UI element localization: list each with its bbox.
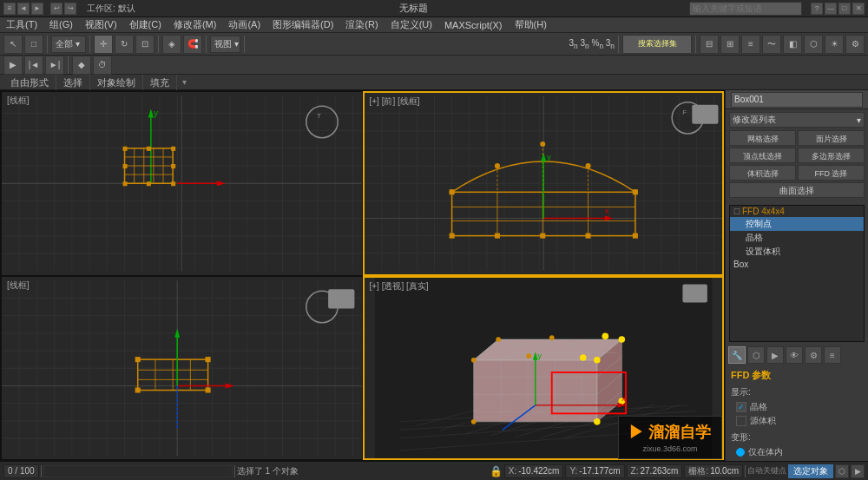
tab-motion[interactable]: ▶	[766, 346, 784, 364]
scale-tool[interactable]: ⊡	[135, 35, 155, 54]
tree-box[interactable]: Box	[730, 259, 864, 270]
search-input[interactable]	[689, 2, 802, 16]
ffd-select-btn[interactable]: FFD 选择	[798, 165, 865, 181]
filter-btn[interactable]: 搜索选择集	[622, 35, 692, 54]
svg-text:y: y	[547, 153, 551, 161]
radio-only-inside[interactable]	[736, 448, 745, 457]
y-value[interactable]: -17.177cm	[579, 466, 620, 476]
close-button[interactable]: ✕	[852, 3, 865, 15]
tab-utilities[interactable]: ⚙	[805, 346, 822, 364]
menu-group[interactable]: 组(G)	[47, 18, 76, 31]
svg-rect-98	[449, 233, 454, 239]
z-value[interactable]: 27.263cm	[641, 466, 679, 476]
tab-extra[interactable]: ≡	[824, 346, 841, 364]
curve-select-btn[interactable]: 曲面选择	[729, 182, 865, 198]
menu-graph-editor[interactable]: 图形编辑器(D)	[270, 18, 336, 31]
align-btn[interactable]: ⊞	[720, 35, 740, 54]
selected-objects-btn[interactable]: 选定对象	[788, 464, 833, 478]
face-select-btn[interactable]: 面片选择	[798, 130, 865, 146]
svg-rect-153	[206, 357, 211, 362]
menu-render[interactable]: 渲染(R)	[343, 18, 380, 31]
coord-z: Z: 27.263cm	[627, 464, 683, 478]
settings-btn[interactable]: ⚙	[845, 35, 865, 54]
select-tool[interactable]: ↖	[3, 35, 23, 54]
render2-btn[interactable]: ⬡	[804, 35, 823, 54]
tab-display[interactable]: 👁	[786, 346, 803, 364]
menu-customize[interactable]: 自定义(U)	[388, 18, 435, 31]
reference-tool[interactable]: ◈	[162, 35, 181, 54]
viewport-top-right[interactable]: [+] [前] [线框]	[363, 91, 725, 276]
prev-frame-btn[interactable]: |◄	[24, 56, 43, 75]
checkbox-lattice[interactable]: ✓	[736, 402, 746, 412]
separator2	[89, 36, 90, 53]
tree-lattice[interactable]: 晶格	[730, 231, 864, 245]
menu-animation[interactable]: 动画(A)	[226, 18, 263, 31]
vertex-select-btn[interactable]: 顶点线选择	[729, 148, 796, 163]
render-btn[interactable]: ◧	[783, 35, 802, 54]
menu-view[interactable]: 视图(V)	[82, 18, 120, 31]
titlebar-left-icons: ≡ ◄ ► ↩ ↪ 工作区: 默认	[3, 3, 139, 15]
menu-help[interactable]: 帮助(H)	[512, 18, 549, 31]
checkbox-source-volume[interactable]	[736, 416, 746, 426]
svg-text:T: T	[317, 112, 321, 120]
object-name-header: Box001	[726, 90, 868, 109]
mode-freeform[interactable]: 自由形式	[3, 75, 56, 90]
secondary-toolbar: ▶ |◄ ►| ◆ ⏱	[0, 56, 868, 75]
minimize-button[interactable]: —	[825, 3, 837, 15]
checkbox-source-volume-row: 源体积	[731, 414, 863, 428]
object-name-input[interactable]: Box001	[731, 92, 863, 108]
rotate-tool[interactable]: ↻	[115, 35, 134, 54]
next-frame-btn[interactable]: ►|	[45, 56, 64, 75]
modifier-tree: ☐ FFD 4x4x4 控制点 晶格 设置体积 Box	[729, 205, 865, 342]
mesh-select-btn[interactable]: 网格选择	[729, 130, 796, 146]
help-icon[interactable]: ?	[811, 3, 823, 15]
enviro-btn[interactable]: ☀	[825, 35, 844, 54]
layer-btn[interactable]: ≡	[741, 35, 760, 54]
selection-filter[interactable]: 全部▾	[51, 36, 86, 53]
maximize-button[interactable]: □	[838, 3, 851, 15]
undo-icon[interactable]: ↩	[50, 3, 62, 15]
tree-ffd[interactable]: ☐ FFD 4x4x4	[730, 206, 864, 217]
svg-rect-101	[540, 233, 545, 239]
mode-object-paint[interactable]: 对象绘制	[90, 75, 143, 90]
status-sep1	[41, 465, 42, 477]
menu-modifier[interactable]: 修改器(M)	[171, 18, 220, 31]
menu-maxscript[interactable]: MAXScript(X)	[442, 20, 505, 30]
panel-tabs: 🔧 ⬡ ▶ 👁 ⚙ ≡	[726, 344, 868, 366]
view-dropdown[interactable]: 视图▾	[210, 36, 240, 53]
polygon-select-btn[interactable]: 多边形选择	[798, 148, 865, 163]
timeline-scrubber[interactable]	[43, 465, 233, 477]
key-btn[interactable]: ◆	[72, 56, 91, 75]
mirror-btn[interactable]: ⊟	[700, 35, 719, 54]
svg-point-208	[579, 354, 586, 361]
key-filters-btn[interactable]: ⬡	[835, 464, 849, 478]
modifier-list-dropdown[interactable]: 修改器列表 ▾	[729, 112, 865, 128]
mode-fill[interactable]: 填充	[143, 75, 177, 90]
menu-icon[interactable]: ≡	[3, 3, 16, 15]
redo-icon[interactable]: ↪	[64, 3, 76, 15]
play-btn[interactable]: ▶	[3, 56, 23, 75]
x-value[interactable]: -10.422cm	[518, 466, 559, 476]
menu-tools[interactable]: 工具(T)	[3, 18, 40, 31]
menu-create[interactable]: 创建(C)	[127, 18, 164, 31]
timeline-btn[interactable]: ▶	[851, 464, 865, 478]
svg-rect-100	[494, 233, 499, 239]
select-region-tool[interactable]: □	[24, 35, 43, 54]
back-icon[interactable]: ◄	[17, 3, 30, 15]
viewport-top-left[interactable]: [线框]	[1, 91, 363, 276]
mode-select[interactable]: 选择	[56, 75, 90, 90]
move-tool[interactable]: ✛	[94, 35, 113, 54]
tab-hierarchy[interactable]: ⬡	[747, 346, 765, 364]
tab-modify[interactable]: 🔧	[728, 346, 746, 364]
svg-point-202	[549, 335, 554, 340]
curve-btn[interactable]: 〜	[762, 35, 781, 54]
viewport-bl-svg	[2, 277, 362, 460]
svg-point-201	[496, 337, 501, 342]
viewport-bottom-left[interactable]: [线框]	[1, 276, 363, 461]
forward-icon[interactable]: ►	[31, 3, 43, 15]
time-btn[interactable]: ⏱	[93, 56, 112, 75]
tree-set-volume[interactable]: 设置体积	[730, 245, 864, 259]
tree-control-pts[interactable]: 控制点	[730, 217, 864, 231]
snap-tool[interactable]: 🧲	[183, 35, 202, 54]
body-select-btn[interactable]: 体积选择	[729, 165, 796, 181]
